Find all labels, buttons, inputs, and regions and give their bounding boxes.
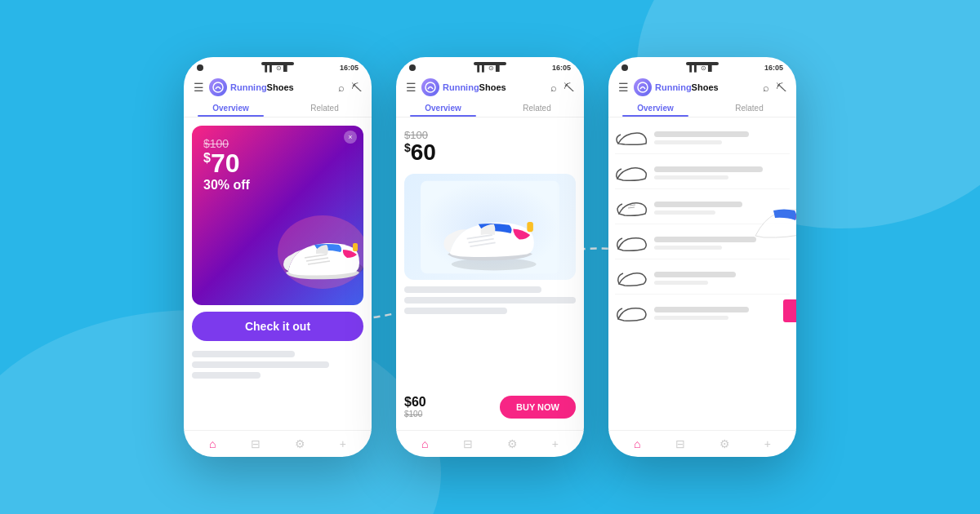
phone-3: ▌▌ ⊙ ▊ 16:05 ☰ RunningShoes ⌕ ⛏ Overview… [608, 57, 796, 457]
list-text-6 [654, 307, 790, 320]
shoe-thumb-2 [615, 161, 648, 185]
buy-price-display: $60 $100 [404, 395, 426, 419]
list-item-6[interactable] [615, 298, 790, 329]
tabs-1: Overview Related [184, 100, 372, 117]
nav-bar-3: ☰ RunningShoes ⌕ ⛏ [608, 75, 796, 100]
product-image-2 [404, 174, 576, 280]
tab-overview-3[interactable]: Overview [608, 100, 702, 117]
bottom-home-icon-3[interactable]: ⌂ [634, 437, 640, 450]
nav-icons-3: ⌕ ⛏ [763, 82, 786, 94]
bottom-bag-icon-3[interactable]: ⊟ [675, 437, 685, 450]
phone-1: ▌▌ ⊙ ▊ 16:05 ☰ RunningShoes ⌕ ⛏ Overview… [184, 57, 372, 457]
list-text-2 [654, 166, 790, 179]
pink-accent-bar [783, 299, 796, 322]
tabs-2: Overview Related [396, 100, 584, 117]
phone-3-content [608, 117, 796, 430]
status-bar-2: ▌▌ ⊙ ▊ 16:05 [396, 57, 584, 75]
bottom-home-icon-1[interactable]: ⌂ [209, 437, 216, 450]
placeholder-bar-3 [192, 372, 261, 379]
cart-icon-1[interactable]: ⛏ [351, 82, 362, 94]
phone-2-content: $100 $60 [396, 117, 584, 430]
tab-overview-2[interactable]: Overview [396, 100, 490, 117]
buy-old-price: $100 [404, 410, 426, 419]
tab-overview-1[interactable]: Overview [184, 100, 278, 117]
status-left-3 [621, 64, 638, 71]
status-time-3: 16:05 [764, 64, 783, 72]
nav-bar-2: ☰ RunningShoes ⌕ ⛏ [396, 75, 584, 100]
promo-banner: × $100 $70 30% off [192, 126, 363, 305]
placeholder-bar-2 [192, 361, 329, 368]
tabs-3: Overview Related [608, 100, 796, 117]
shoe-thumb-3 [615, 196, 648, 220]
notch-2 [474, 62, 506, 65]
logo-text-2: RunningShoes [443, 82, 506, 92]
notch-3 [686, 62, 719, 65]
tab-related-3[interactable]: Related [702, 100, 796, 117]
shoe-thumb-6 [615, 301, 648, 326]
bottom-settings-icon-3[interactable]: ⚙ [719, 437, 730, 450]
hamburger-icon-3[interactable]: ☰ [618, 81, 629, 94]
bottom-bag-icon-2[interactable]: ⊟ [463, 437, 473, 450]
camera-dot-2 [409, 64, 416, 71]
logo-text-1: RunningShoes [230, 82, 294, 92]
list-item-1[interactable] [615, 122, 790, 154]
product-price-section: $100 $60 [404, 126, 576, 167]
bottom-bag-icon-1[interactable]: ⊟ [251, 437, 261, 450]
bottom-plus-icon-2[interactable]: + [552, 437, 559, 450]
list-item-5[interactable] [615, 263, 790, 295]
promo-new-price: $70 [203, 150, 352, 176]
bottom-nav-3: ⌂ ⊟ ⚙ + [608, 430, 796, 457]
logo-text-3: RunningShoes [655, 82, 719, 92]
status-time-1: 16:05 [340, 64, 359, 72]
bottom-plus-icon-3[interactable]: + [764, 437, 771, 450]
bottom-nav-2: ⌂ ⊟ ⚙ + [396, 430, 584, 457]
bottom-nav-1: ⌂ ⊟ ⚙ + [184, 430, 372, 457]
new-price-2: $60 [404, 141, 576, 164]
nav-logo-1: RunningShoes [209, 78, 333, 96]
camera-dot-3 [621, 64, 628, 71]
phones-container: ▌▌ ⊙ ▊ 16:05 ☰ RunningShoes ⌕ ⛏ Overview… [184, 57, 796, 457]
status-bar-1: ▌▌ ⊙ ▊ 16:05 [184, 57, 372, 75]
bottom-home-icon-2[interactable]: ⌂ [421, 437, 428, 450]
search-icon-1[interactable]: ⌕ [338, 82, 345, 94]
notch-1 [261, 62, 294, 65]
hamburger-icon-1[interactable]: ☰ [194, 81, 204, 94]
promo-close-button[interactable]: × [344, 131, 357, 144]
phone-2: ▌▌ ⊙ ▊ 16:05 ☰ RunningShoes ⌕ ⛏ Overview… [396, 57, 584, 457]
camera-dot-1 [197, 64, 203, 71]
status-bar-3: ▌▌ ⊙ ▊ 16:05 [608, 57, 796, 75]
buy-now-button[interactable]: BUY NOW [500, 396, 576, 419]
bottom-plus-icon-1[interactable]: + [340, 437, 346, 450]
phone-1-content: × $100 $70 30% off [184, 117, 372, 430]
cta-button[interactable]: Check it out [192, 312, 363, 341]
nav-logo-2: RunningShoes [421, 78, 546, 96]
buy-bar: $60 $100 BUY NOW [404, 392, 576, 422]
status-left-2 [409, 64, 425, 71]
tab-related-2[interactable]: Related [490, 100, 584, 117]
list-text-1 [654, 131, 790, 144]
list-text-5 [654, 272, 790, 285]
buy-price: $60 [404, 395, 426, 410]
nav-icons-1: ⌕ ⛏ [338, 82, 362, 94]
status-left-1 [197, 64, 213, 71]
cart-icon-2[interactable]: ⛏ [564, 82, 574, 94]
svg-rect-3 [353, 243, 358, 251]
bottom-settings-icon-2[interactable]: ⚙ [507, 437, 518, 450]
nav-bar-1: ☰ RunningShoes ⌕ ⛏ [184, 75, 372, 100]
search-icon-3[interactable]: ⌕ [763, 82, 769, 94]
svg-rect-7 [527, 221, 533, 231]
promo-shoe-image [265, 207, 363, 297]
desc-bar-3 [404, 308, 507, 314]
shoe-thumb-1 [615, 126, 648, 150]
cart-icon-3[interactable]: ⛏ [776, 82, 786, 94]
placeholder-bar-1 [192, 351, 295, 357]
nav-logo-3: RunningShoes [634, 78, 758, 96]
logo-icon-2 [421, 78, 439, 96]
partial-shoe-3 [739, 183, 796, 248]
shoe-thumb-4 [615, 231, 648, 255]
search-icon-2[interactable]: ⌕ [550, 82, 557, 94]
hamburger-icon-2[interactable]: ☰ [406, 81, 416, 94]
bottom-settings-icon-1[interactable]: ⚙ [295, 437, 305, 450]
tab-related-1[interactable]: Related [278, 100, 372, 117]
logo-icon-1 [209, 78, 227, 96]
